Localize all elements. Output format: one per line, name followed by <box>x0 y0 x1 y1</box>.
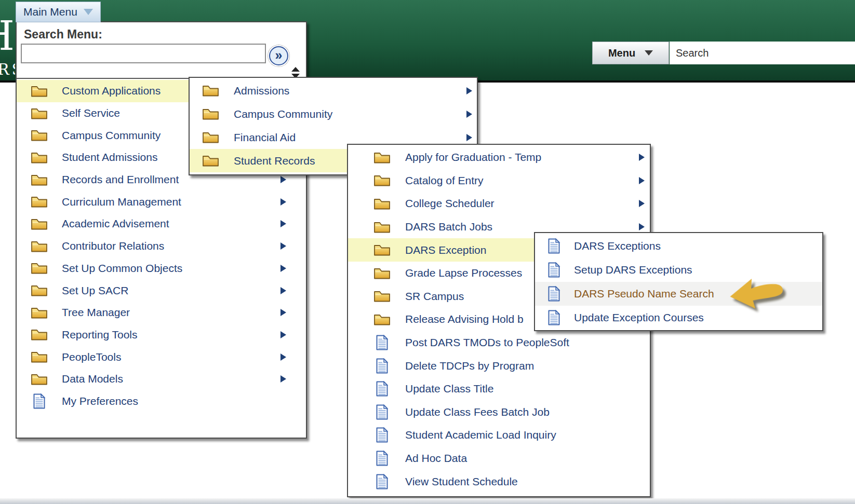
document-icon <box>373 381 391 397</box>
menu-item-label: DARS Exceptions <box>574 240 661 252</box>
document-icon <box>373 404 391 420</box>
folder-icon <box>30 129 48 142</box>
menu-item-set-up-common-objects[interactable]: Set Up Common Objects <box>17 257 306 280</box>
menu-item-label: Curriculum Management <box>62 196 181 208</box>
menu-item-label: Self Service <box>62 107 120 119</box>
main-menu-label: Main Menu <box>23 6 77 18</box>
document-icon <box>373 474 391 489</box>
folder-icon <box>202 154 219 167</box>
menu-item-label: DARS Batch Jobs <box>405 221 492 233</box>
folder-icon <box>30 350 48 363</box>
menu-item-label: Custom Applications <box>62 85 161 97</box>
search-menu-section: Search Menu: » <box>17 22 306 79</box>
document-icon <box>373 358 391 374</box>
submenu-expand-icon <box>466 134 472 141</box>
menu-item-label: Campus Community <box>234 108 332 120</box>
menu-item-label: Grade Lapse Processes <box>405 267 522 279</box>
university-logo: H RS <box>0 20 15 82</box>
menu-item-label: Academic Advisement <box>62 217 169 230</box>
folder-icon <box>202 131 219 144</box>
double-chevron-right-icon: » <box>275 49 283 62</box>
menu-item-campus-community[interactable]: Campus Community <box>190 102 477 126</box>
submenu-expand-icon <box>280 287 286 294</box>
folder-icon <box>202 107 219 120</box>
submenu-expand-icon <box>280 353 286 361</box>
menu-item-label: Data Models <box>62 373 123 385</box>
document-icon <box>545 286 562 302</box>
menu-item-academic-advisement[interactable]: Academic Advisement <box>17 213 306 235</box>
menu-item-catalog-of-entry[interactable]: Catalog of Entry <box>348 169 650 193</box>
document-icon <box>545 262 562 278</box>
menu-item-label: Delete TDCPs by Program <box>405 360 534 372</box>
menu-dropdown-button[interactable]: Menu <box>592 42 669 64</box>
menu-item-college-scheduler[interactable]: College Scheduler <box>348 192 650 215</box>
menu-item-set-up-sacr[interactable]: Set Up SACR <box>17 279 306 302</box>
search-submit-button[interactable]: » <box>269 46 288 65</box>
menu-item-tree-manager[interactable]: Tree Manager <box>17 302 306 324</box>
menu-item-student-academic-load-inquiry[interactable]: Student Academic Load Inquiry <box>348 424 650 447</box>
logo-letter-fragment: H <box>0 20 15 59</box>
chevron-down-icon <box>84 9 93 15</box>
document-icon <box>373 451 391 466</box>
menu-item-label: Update Class Title <box>405 383 493 395</box>
menu-item-label: Admissions <box>234 85 289 97</box>
menu-item-label: Campus Community <box>62 129 161 142</box>
search-menu-input[interactable] <box>21 44 266 63</box>
folder-icon <box>30 173 48 186</box>
menu-item-reporting-tools[interactable]: Reporting Tools <box>17 324 306 346</box>
menu-item-label: Setup DARS Exceptions <box>574 264 692 276</box>
menu-item-delete-tdcps-by-program[interactable]: Delete TDCPs by Program <box>348 354 650 377</box>
menu-item-contributor-relations[interactable]: Contributor Relations <box>17 235 306 257</box>
submenu-expand-icon <box>639 200 645 207</box>
submenu-expand-icon <box>639 223 645 230</box>
menu-dropdown-label: Menu <box>608 47 635 59</box>
menu-item-curriculum-management[interactable]: Curriculum Management <box>17 190 306 213</box>
folder-icon <box>373 221 391 234</box>
logo-letters-rs: RS <box>0 60 15 78</box>
menu-item-post-dars-tmods-to-peoplesoft[interactable]: Post DARS TMODs to PeopleSoft <box>348 331 650 355</box>
menu-item-update-exception-courses[interactable]: Update Exception Courses <box>535 306 822 330</box>
menu-item-label: Student Records <box>234 155 315 167</box>
submenu-expand-icon <box>280 242 286 250</box>
menu-item-my-preferences[interactable]: My Preferences <box>17 390 306 413</box>
folder-icon <box>373 197 391 210</box>
menu-item-peopletools[interactable]: PeopleTools <box>17 346 306 368</box>
menu-item-dars-exceptions[interactable]: DARS Exceptions <box>535 234 822 258</box>
menu-item-label: Update Exception Courses <box>574 311 704 324</box>
document-icon <box>373 335 391 350</box>
submenu-expand-icon <box>280 309 286 316</box>
folder-icon <box>373 313 391 326</box>
submenu-expand-icon <box>280 375 286 383</box>
main-menu-button[interactable]: Main Menu <box>16 2 101 22</box>
menu-item-admissions[interactable]: Admissions <box>190 79 477 102</box>
menu-item-view-student-schedule[interactable]: View Student Schedule <box>348 470 650 493</box>
menu-item-update-class-fees-batch-job[interactable]: Update Class Fees Batch Job <box>348 401 650 424</box>
folder-icon <box>30 85 48 98</box>
folder-icon <box>30 107 48 120</box>
chevron-down-icon <box>645 50 653 56</box>
menu-item-update-class-title[interactable]: Update Class Title <box>348 377 650 401</box>
submenu-expand-icon <box>639 154 645 161</box>
global-search-input[interactable] <box>670 42 855 64</box>
folder-icon <box>30 151 48 164</box>
menu-item-label: View Student Schedule <box>405 475 518 488</box>
menu-item-label: Tree Manager <box>62 306 130 319</box>
menu-item-label: Update Class Fees Batch Job <box>405 406 550 418</box>
document-icon <box>545 310 562 325</box>
submenu-expand-icon <box>280 198 286 206</box>
menu-item-label: Student Academic Load Inquiry <box>405 429 556 441</box>
menu-item-apply-for-graduation-temp[interactable]: Apply for Graduation - Temp <box>348 146 650 169</box>
submenu-expand-icon <box>466 87 472 94</box>
folder-icon <box>373 243 391 256</box>
menu-item-label: Set Up SACR <box>62 284 128 297</box>
submenu-expand-icon <box>466 111 472 118</box>
folder-icon <box>202 84 219 97</box>
submenu-expand-icon <box>280 265 286 272</box>
menu-item-label: Financial Aid <box>234 131 296 144</box>
folder-icon <box>373 174 391 187</box>
submenu-expand-icon <box>280 176 286 183</box>
menu-item-label: PeopleTools <box>62 351 121 363</box>
menu-item-data-models[interactable]: Data Models <box>17 368 306 390</box>
menu-item-label: Post DARS TMODs to PeopleSoft <box>405 336 569 349</box>
menu-item-ad-hoc-data[interactable]: Ad Hoc Data <box>348 447 650 470</box>
